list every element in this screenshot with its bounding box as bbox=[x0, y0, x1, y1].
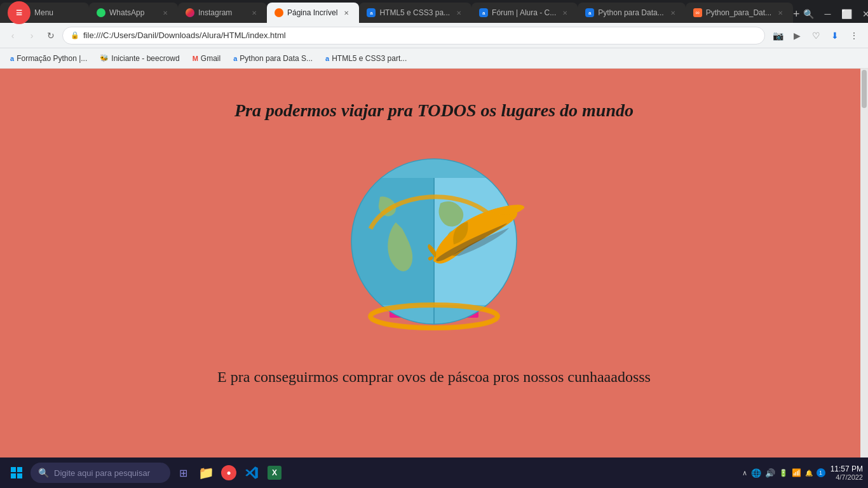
tab-python2-label: Python_para_Dat... bbox=[706, 8, 771, 17]
bookmark-html5[interactable]: a HTML5 e CSS3 part... bbox=[320, 53, 412, 64]
tab-forum-close[interactable]: ✕ bbox=[560, 8, 570, 18]
bookmark-python-label: Python para Data S... bbox=[240, 54, 313, 63]
tab-forum-label: Fórum | Alura - C... bbox=[492, 8, 556, 17]
tray-notification-icon: 🔔 bbox=[805, 470, 813, 477]
download-icon[interactable]: ⬇ bbox=[826, 27, 844, 44]
search-browser-icon[interactable]: 🔍 bbox=[800, 5, 818, 23]
tab-instagram[interactable]: Instagram ✕ bbox=[178, 3, 267, 23]
taskbar-search-icon: 🔍 bbox=[38, 468, 49, 478]
taskbar-folders[interactable]: 📁 bbox=[196, 463, 216, 483]
bookmark-formacao[interactable]: a Formação Python |... bbox=[5, 53, 92, 64]
address-bar: ‹ › ↻ 🔒 file:///C:/Users/Danil/Downloads… bbox=[0, 23, 868, 48]
bookmark-gmail-icon: M bbox=[193, 55, 198, 62]
tab-python2-close[interactable]: ✕ bbox=[775, 8, 785, 18]
svg-rect-14 bbox=[11, 467, 16, 472]
python-icon: a bbox=[585, 8, 594, 17]
tab-pagina[interactable]: Página Incrível ✕ bbox=[267, 3, 359, 23]
bookmark-formacao-label: Formação Python |... bbox=[17, 54, 87, 63]
svg-rect-17 bbox=[17, 473, 22, 478]
page-content: Pra podermos viajar pra TODOS os lugares… bbox=[0, 69, 868, 458]
reload-button[interactable]: ↻ bbox=[43, 28, 58, 43]
taskbar-search[interactable]: 🔍 Digite aqui para pesquisar bbox=[31, 463, 170, 483]
taskbar-excel[interactable]: X bbox=[264, 463, 285, 483]
tray-volume[interactable]: 🔊 bbox=[765, 468, 775, 478]
svg-rect-15 bbox=[17, 467, 22, 472]
bookmark-gmail-label: Gmail bbox=[201, 54, 220, 63]
tab-html5-label: HTML5 e CSS3 pa... bbox=[379, 8, 450, 17]
instagram-icon bbox=[186, 8, 194, 17]
taskbar-vscode[interactable] bbox=[241, 463, 262, 483]
tab-python-close[interactable]: ✕ bbox=[668, 8, 678, 18]
globe-svg bbox=[313, 140, 555, 343]
tab-bar: ☰ Menu WhatsApp ✕ Instagram ✕ Página Inc… bbox=[0, 0, 868, 23]
bookmark-formacao-icon: a bbox=[10, 55, 14, 62]
close-window-button[interactable]: ✕ bbox=[857, 5, 868, 23]
forum-icon: a bbox=[479, 8, 488, 17]
bookmark-python-icon: a bbox=[233, 55, 237, 62]
maximize-button[interactable]: ⬜ bbox=[838, 5, 856, 23]
tab-html5[interactable]: a HTML5 e CSS3 pa... ✕ bbox=[359, 3, 471, 23]
taskbar: 🔍 Digite aqui para pesquisar ⊞ 📁 ● X ∧ 🌐… bbox=[0, 458, 868, 488]
address-input[interactable]: 🔒 file:///C:/Users/Danil/Downloads/Alura… bbox=[62, 27, 765, 44]
bookmark-html5-label: HTML5 e CSS3 part... bbox=[332, 54, 407, 63]
heading-text-before: Pra podermos viajar pra bbox=[234, 100, 417, 120]
back-button[interactable]: ‹ bbox=[5, 28, 20, 43]
tab-whatsapp[interactable]: WhatsApp ✕ bbox=[89, 3, 178, 23]
bookmark-html5-icon: a bbox=[325, 55, 329, 62]
tray-arrow[interactable]: ∧ bbox=[742, 469, 747, 477]
taskbar-app1[interactable]: ● bbox=[219, 463, 239, 483]
minimize-button[interactable]: ─ bbox=[819, 5, 837, 23]
pagina-icon bbox=[275, 8, 283, 17]
browser-window: ☰ Menu WhatsApp ✕ Instagram ✕ Página Inc… bbox=[0, 0, 868, 488]
vscode-icon bbox=[245, 466, 259, 480]
menu-dots-icon[interactable]: ⋮ bbox=[845, 27, 863, 44]
tray-network[interactable]: 🌐 bbox=[751, 468, 761, 478]
start-button[interactable] bbox=[5, 461, 28, 484]
tab-forum[interactable]: a Fórum | Alura - C... ✕ bbox=[471, 3, 578, 23]
cast-icon[interactable]: ▶ bbox=[788, 27, 806, 44]
tab-python-label: Python para Data... bbox=[598, 8, 663, 17]
windows-logo bbox=[10, 466, 23, 479]
address-text: file:///C:/Users/Danil/Downloads/Alura/H… bbox=[83, 30, 286, 40]
taskbar-right: ∧ 🌐 🔊 🔋 📶 🔔 1 11:57 PM 4/7/2022 bbox=[742, 464, 863, 481]
system-tray: ∧ 🌐 🔊 🔋 📶 🔔 1 bbox=[742, 468, 825, 478]
tab-menu[interactable]: ☰ Menu bbox=[0, 3, 89, 23]
cohere-icon: ∞ bbox=[693, 8, 702, 17]
bookmark-beecrowd-icon: 🐝 bbox=[100, 54, 109, 62]
tab-whatsapp-label: WhatsApp bbox=[109, 8, 156, 17]
new-tab-button[interactable]: + bbox=[793, 5, 800, 23]
menu-icon: ☰ bbox=[8, 1, 31, 24]
bookmark-python[interactable]: a Python para Data S... bbox=[228, 53, 318, 64]
tab-python2[interactable]: ∞ Python_para_Dat... ✕ bbox=[686, 3, 793, 23]
tab-instagram-close[interactable]: ✕ bbox=[249, 8, 259, 18]
tray-battery: 🔋 bbox=[779, 469, 788, 477]
heading-text-after: os lugares do mundo bbox=[477, 100, 634, 120]
tab-menu-label: Menu bbox=[34, 8, 81, 17]
taskbar-search-placeholder: Digite aqui para pesquisar bbox=[54, 468, 150, 478]
taskbar-task-view[interactable]: ⊞ bbox=[173, 463, 193, 483]
scrollbar[interactable] bbox=[860, 69, 868, 458]
clock-time: 11:57 PM bbox=[831, 464, 863, 473]
lock-icon: 🔒 bbox=[71, 31, 79, 39]
heading-highlight: TODOS bbox=[417, 100, 477, 120]
taskbar-clock[interactable]: 11:57 PM 4/7/2022 bbox=[831, 464, 863, 481]
svg-rect-16 bbox=[11, 473, 16, 478]
screenshot-icon[interactable]: 📷 bbox=[769, 27, 787, 44]
tab-instagram-label: Instagram bbox=[198, 8, 245, 17]
tab-python[interactable]: a Python para Data... ✕ bbox=[578, 3, 685, 23]
bookmark-beecrowd-label: Iniciante - beecrowd bbox=[111, 54, 179, 63]
globe-illustration bbox=[313, 140, 555, 343]
tab-whatsapp-close[interactable]: ✕ bbox=[160, 8, 170, 18]
bookmark-beecrowd[interactable]: 🐝 Iniciante - beecrowd bbox=[95, 53, 184, 64]
main-heading: Pra podermos viajar pra TODOS os lugares… bbox=[234, 100, 634, 121]
sub-heading: E pra conseguirmos comprar ovos de pásco… bbox=[217, 369, 651, 386]
clock-date: 4/7/2022 bbox=[831, 473, 863, 481]
bookmark-gmail[interactable]: M Gmail bbox=[187, 53, 226, 64]
tab-pagina-close[interactable]: ✕ bbox=[341, 8, 351, 18]
tab-html5-close[interactable]: ✕ bbox=[454, 8, 464, 18]
tray-badge: 1 bbox=[817, 468, 825, 477]
favorites-icon[interactable]: ♡ bbox=[807, 27, 825, 44]
tray-wifi[interactable]: 📶 bbox=[792, 468, 801, 477]
forward-button[interactable]: › bbox=[24, 28, 39, 43]
scrollbar-thumb[interactable] bbox=[862, 70, 867, 108]
